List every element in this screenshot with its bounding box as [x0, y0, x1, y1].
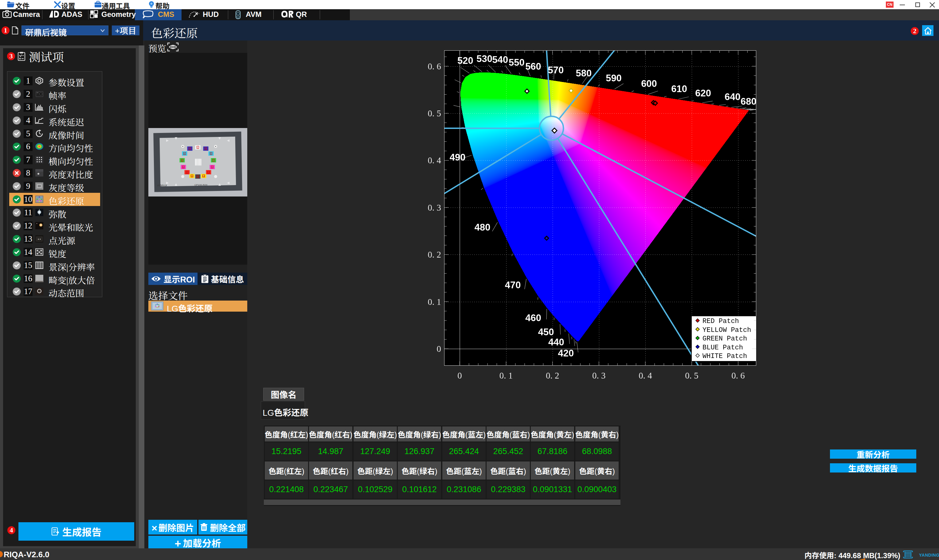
svg-text:10: 10 — [186, 171, 188, 174]
svg-text:12: 12 — [191, 175, 193, 177]
svg-text:9: 9 — [212, 166, 213, 168]
svg-text:4: 4 — [184, 152, 185, 155]
svg-text:6: 6 — [182, 159, 183, 162]
svg-text:1: 1 — [197, 146, 199, 149]
svg-text:2: 2 — [189, 148, 191, 150]
svg-text:KANDN: KANDN — [157, 184, 167, 187]
svg-text:8: 8 — [183, 166, 184, 168]
svg-text:14: 14 — [202, 175, 205, 177]
svg-text:13: 13 — [197, 175, 199, 178]
svg-text:7: 7 — [213, 159, 214, 162]
svg-text:3: 3 — [205, 148, 206, 150]
svg-text:CP100-R2X: CP100-R2X — [194, 184, 208, 186]
svg-text:11: 11 — [207, 171, 209, 174]
svg-text:5: 5 — [211, 152, 212, 155]
